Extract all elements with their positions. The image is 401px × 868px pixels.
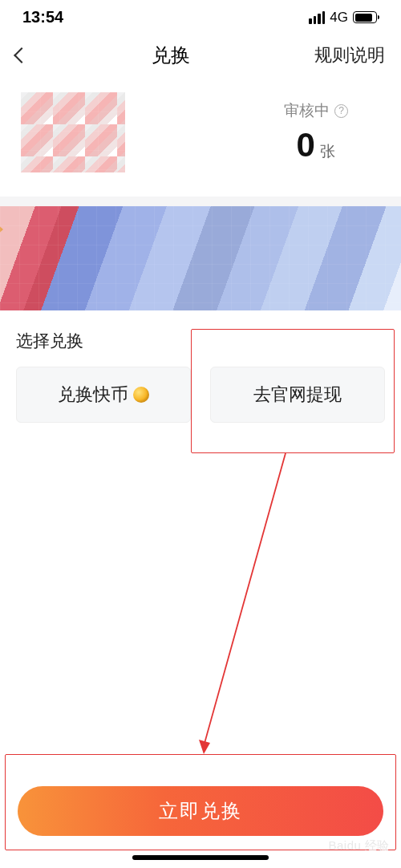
- home-indicator: [132, 855, 269, 860]
- info-row: 审核中 ? 0 张: [0, 81, 401, 197]
- cta-wrap: 立即兑换: [0, 786, 401, 836]
- count-row: 0 张: [284, 126, 348, 164]
- option-withdraw-label: 去官网提现: [253, 383, 342, 407]
- watermark: Baidu 经验: [328, 838, 390, 854]
- back-icon[interactable]: [14, 47, 30, 63]
- svg-marker-1: [199, 740, 210, 754]
- option-coin[interactable]: 兑换快币: [16, 367, 191, 423]
- status-bar: 13:54 4G: [0, 0, 401, 31]
- signal-icon: [309, 11, 325, 24]
- review-label: 审核中: [284, 100, 330, 121]
- rules-link[interactable]: 规则说明: [314, 43, 385, 67]
- exchange-button[interactable]: 立即兑换: [18, 786, 383, 836]
- banner-censored[interactable]: [0, 206, 401, 310]
- status-indicators: 4G: [309, 10, 377, 26]
- option-coin-label: 兑换快币: [58, 383, 128, 407]
- exchange-button-label: 立即兑换: [159, 798, 242, 824]
- section-gap: [0, 197, 401, 206]
- network-label: 4G: [330, 10, 348, 26]
- page-title: 兑换: [152, 43, 190, 68]
- battery-icon: [353, 11, 377, 23]
- review-block: 审核中 ? 0 张: [284, 100, 380, 164]
- svg-line-0: [204, 453, 286, 746]
- section-label: 选择兑换: [0, 310, 401, 367]
- avatar-censored: [21, 92, 125, 172]
- count-unit: 张: [320, 143, 335, 160]
- options-row: 兑换快币 去官网提现: [0, 367, 401, 423]
- option-withdraw[interactable]: 去官网提现: [210, 367, 385, 423]
- title-bar: 兑换 规则说明: [0, 31, 401, 81]
- coin-icon: [133, 387, 149, 403]
- status-time: 13:54: [22, 8, 63, 26]
- review-label-row: 审核中 ?: [284, 100, 348, 121]
- count-number: 0: [297, 126, 315, 164]
- help-icon[interactable]: ?: [334, 104, 348, 118]
